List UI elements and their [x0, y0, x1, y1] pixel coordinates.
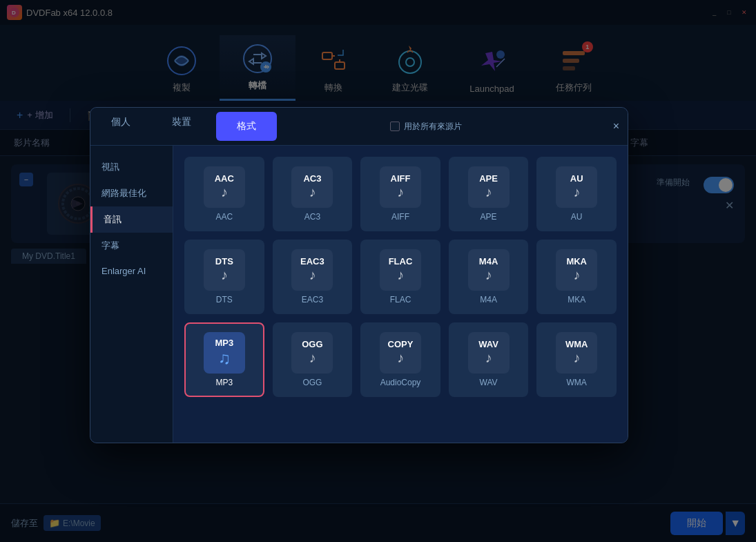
modal-sidebar: 視訊 網路最佳化 音訊 字幕 Enlarger AI: [90, 146, 173, 443]
format-aiff[interactable]: AIFF ♪ AIFF: [360, 157, 440, 231]
sidebar-enlarger[interactable]: Enlarger AI: [90, 259, 173, 283]
sidebar-video[interactable]: 視訊: [90, 154, 173, 180]
format-grid-container: AAC ♪ AAC AC3 ♪ AC3 AIFF: [173, 146, 628, 443]
format-dts-icon: DTS ♪: [204, 249, 245, 291]
format-mp3[interactable]: MP3 ♫ MP3: [184, 322, 264, 397]
format-aac[interactable]: AAC ♪ AAC: [184, 157, 264, 231]
sidebar-subtitle[interactable]: 字幕: [90, 233, 173, 259]
apply-all-checkbox[interactable]: [390, 122, 400, 131]
tab-device[interactable]: 裝置: [151, 108, 212, 145]
format-ape[interactable]: APE ♪ APE: [449, 157, 529, 231]
format-au[interactable]: AU ♪ AU: [536, 157, 617, 231]
modal-body: 視訊 網路最佳化 音訊 字幕 Enlarger AI AAC ♪ AAC: [90, 146, 628, 443]
format-ac3[interactable]: AC3 ♪ AC3: [273, 157, 353, 231]
format-ogg[interactable]: OGG ♪ OGG: [273, 322, 353, 397]
format-mka-icon: MKA ♪: [556, 249, 597, 291]
format-eac3[interactable]: EAC3 ♪ EAC3: [273, 240, 353, 314]
format-modal: 個人 裝置 格式 用於所有來源片 × 視訊 網路最佳化 音訊 字幕 Enlarg…: [90, 107, 628, 443]
tab-format[interactable]: 格式: [216, 112, 277, 141]
format-grid: AAC ♪ AAC AC3 ♪ AC3 AIFF: [184, 157, 617, 397]
format-mka[interactable]: MKA ♪ MKA: [536, 240, 617, 314]
format-flac[interactable]: FLAC ♪ FLAC: [360, 240, 440, 314]
format-dts[interactable]: DTS ♪ DTS: [184, 240, 264, 314]
format-ac3-icon: AC3 ♪: [291, 166, 333, 208]
format-copy[interactable]: COPY ♪ AudioCopy: [360, 322, 440, 397]
format-wav-icon: WAV ♪: [468, 332, 510, 374]
mp3-music-note: ♫: [218, 349, 231, 368]
sidebar-web[interactable]: 網路最佳化: [90, 180, 173, 206]
format-m4a[interactable]: M4A ♪ M4A: [449, 240, 529, 314]
format-eac3-icon: EAC3 ♪: [291, 249, 333, 291]
format-wav[interactable]: WAV ♪ WAV: [449, 322, 529, 397]
modal-overlay: 個人 裝置 格式 用於所有來源片 × 視訊 網路最佳化 音訊 字幕 Enlarg…: [0, 0, 756, 542]
sidebar-audio[interactable]: 音訊: [90, 206, 173, 233]
format-copy-icon: COPY ♪: [380, 332, 421, 374]
format-au-icon: AU ♪: [556, 166, 597, 208]
format-aac-icon: AAC ♪: [204, 166, 245, 208]
format-ogg-icon: OGG ♪: [291, 332, 333, 374]
format-wma-icon: WMA ♪: [556, 332, 597, 374]
format-m4a-icon: M4A ♪: [468, 249, 510, 291]
format-flac-icon: FLAC ♪: [380, 249, 421, 291]
modal-header: 個人 裝置 格式 用於所有來源片 ×: [90, 108, 628, 146]
apply-all-group: 用於所有來源片: [390, 121, 462, 133]
modal-close-button[interactable]: ×: [613, 120, 619, 133]
format-aiff-icon: AIFF ♪: [380, 166, 421, 208]
format-mp3-icon: MP3 ♫: [204, 332, 245, 374]
format-ape-icon: APE ♪: [468, 166, 510, 208]
tab-personal[interactable]: 個人: [90, 108, 151, 145]
apply-all-label: 用於所有來源片: [404, 121, 462, 133]
modal-tabs: 個人 裝置 格式: [90, 108, 281, 145]
format-wma[interactable]: WMA ♪ WMA: [536, 322, 617, 397]
